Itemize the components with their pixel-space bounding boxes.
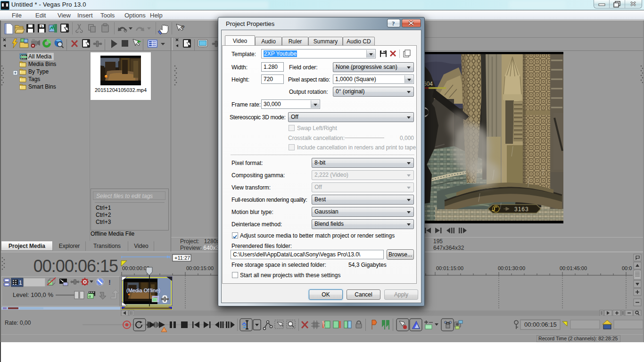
svg-text:00:01:45:00: 00:01:45:00	[560, 265, 587, 271]
svg-text:!: !	[108, 278, 111, 286]
svg-text:Level: 100,0 %: Level: 100,0 %	[13, 291, 53, 298]
svg-text:+11:27: +11:27	[174, 255, 190, 261]
svg-text:3163: 3163	[514, 206, 529, 213]
svg-text:00:00:15:00: 00:00:15:00	[186, 265, 214, 271]
svg-text:00:00:06:15: 00:00:06:15	[524, 321, 557, 328]
svg-text:α: α	[89, 294, 91, 298]
svg-text:00:0: 00:0	[622, 265, 632, 271]
svg-text:00:01:30:00: 00:01:30:00	[498, 265, 525, 271]
svg-text:1: 1	[19, 280, 22, 286]
svg-text:00:00:00:00: 00:00:00:00	[122, 265, 149, 271]
svg-text:?: ?	[392, 20, 395, 27]
svg-text:604: 604	[423, 81, 433, 87]
svg-text:?: ?	[181, 24, 185, 31]
svg-text:(Media Offline): (Media Offline)	[126, 288, 160, 293]
svg-text:00:01:15:00: 00:01:15:00	[436, 265, 463, 271]
svg-text:?: ?	[40, 25, 43, 29]
